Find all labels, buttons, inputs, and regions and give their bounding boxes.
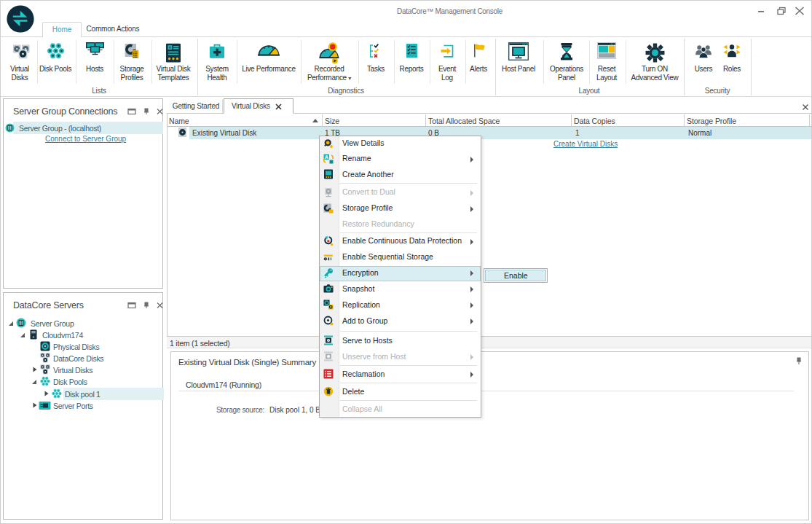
svg-text:A: A bbox=[325, 155, 328, 160]
